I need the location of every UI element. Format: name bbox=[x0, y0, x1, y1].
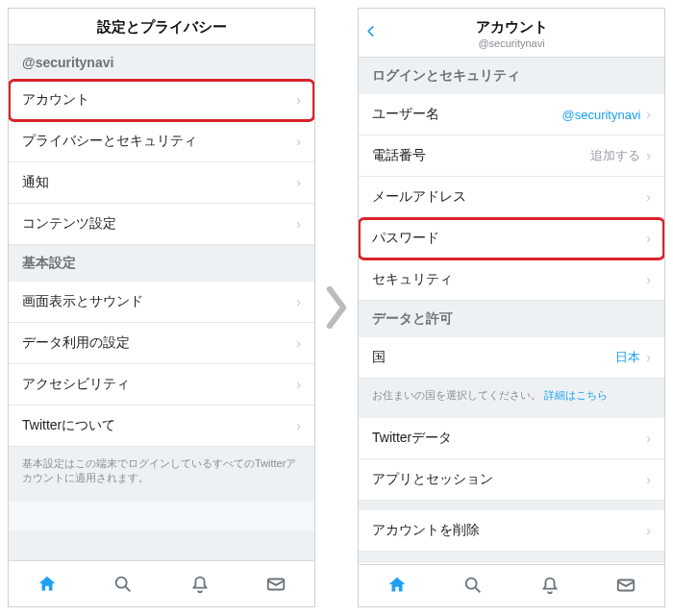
row-email[interactable]: メールアドレス › bbox=[359, 177, 664, 218]
chevron-right-icon: › bbox=[296, 335, 301, 351]
row-account-label: アカウント bbox=[22, 91, 296, 109]
tab-search[interactable] bbox=[436, 565, 512, 606]
chevron-right-large-icon bbox=[322, 284, 351, 331]
row-username-value: @securitynavi bbox=[561, 108, 640, 122]
chevron-right-icon: › bbox=[646, 231, 651, 246]
chevron-right-icon: › bbox=[296, 92, 301, 108]
right-titlebar: アカウント @securitynavi bbox=[359, 9, 664, 58]
chevron-right-icon: › bbox=[646, 350, 651, 365]
row-apps-sessions[interactable]: アプリとセッション › bbox=[359, 459, 664, 501]
row-phone-value: 追加する bbox=[590, 147, 640, 164]
row-content-label: コンテンツ設定 bbox=[22, 215, 296, 233]
search-icon bbox=[462, 575, 484, 596]
home-icon bbox=[37, 574, 58, 595]
left-titlebar: 設定とプライバシー bbox=[9, 9, 314, 45]
chevron-right-icon: › bbox=[646, 472, 651, 487]
row-apps-sessions-label: アプリとセッション bbox=[372, 471, 646, 488]
svg-point-3 bbox=[466, 579, 477, 589]
chevron-right-icon: › bbox=[296, 216, 301, 232]
row-country[interactable]: 国 日本 › bbox=[359, 337, 664, 379]
row-username[interactable]: ユーザー名 @securitynavi › bbox=[359, 94, 664, 136]
row-privacy-label: プライバシーとセキュリティ bbox=[22, 133, 296, 150]
basic-settings-note: 基本設定はこの端末でログインしているすべてのTwitterアカウントに適用されま… bbox=[9, 447, 314, 502]
row-about-label: Twitterについて bbox=[22, 417, 296, 434]
tab-home[interactable] bbox=[9, 561, 86, 606]
row-phone-label: 電話番号 bbox=[372, 147, 590, 164]
tab-home[interactable] bbox=[359, 565, 436, 606]
gap bbox=[359, 552, 664, 561]
row-notifications-label: 通知 bbox=[22, 174, 296, 191]
row-country-label: 国 bbox=[372, 349, 615, 366]
back-button[interactable] bbox=[364, 23, 378, 43]
user-handle-header: @securitynavi bbox=[9, 45, 314, 80]
tab-messages[interactable] bbox=[588, 565, 665, 606]
basic-settings-header: 基本設定 bbox=[9, 245, 314, 282]
row-delete-account[interactable]: アカウントを削除 › bbox=[359, 510, 664, 552]
row-accessibility-label: アクセシビリティ bbox=[22, 376, 296, 393]
chevron-right-icon: › bbox=[296, 418, 301, 433]
row-content-settings[interactable]: コンテンツ設定 › bbox=[9, 204, 314, 245]
mail-icon bbox=[265, 574, 287, 595]
chevron-right-icon: › bbox=[296, 294, 301, 309]
chevron-right-icon: › bbox=[646, 523, 651, 538]
chevron-left-icon bbox=[364, 25, 378, 38]
gap bbox=[359, 501, 664, 510]
chevron-right-icon: › bbox=[646, 272, 651, 287]
row-delete-account-label: アカウントを削除 bbox=[372, 522, 646, 539]
left-tabbar bbox=[9, 560, 314, 606]
arrow-between bbox=[319, 279, 354, 336]
home-icon bbox=[386, 575, 408, 596]
row-email-label: メールアドレス bbox=[372, 188, 646, 206]
login-security-header: ログインとセキュリティ bbox=[359, 58, 664, 94]
row-username-label: ユーザー名 bbox=[372, 106, 561, 123]
chevron-right-icon: › bbox=[646, 107, 651, 122]
right-title: アカウント bbox=[366, 18, 657, 37]
right-subtitle: @securitynavi bbox=[366, 37, 657, 49]
tab-search[interactable] bbox=[86, 561, 162, 606]
svg-line-4 bbox=[476, 588, 481, 593]
row-privacy[interactable]: プライバシーとセキュリティ › bbox=[9, 121, 314, 162]
bell-icon bbox=[189, 574, 211, 595]
row-twitter-data[interactable]: Twitterデータ › bbox=[359, 418, 664, 459]
right-screen: アカウント @securitynavi ログインとセキュリティ ユーザー名 @s… bbox=[358, 8, 665, 607]
row-security-label: セキュリティ bbox=[372, 271, 646, 288]
tab-messages[interactable] bbox=[238, 561, 315, 606]
row-data-usage[interactable]: データ利用の設定 › bbox=[9, 323, 314, 364]
chevron-right-icon: › bbox=[296, 377, 301, 392]
row-security[interactable]: セキュリティ › bbox=[359, 259, 664, 301]
chevron-right-icon: › bbox=[296, 175, 301, 190]
left-content: @securitynavi アカウント › プライバシーとセキュリティ › 通知… bbox=[9, 45, 314, 530]
row-display-sound[interactable]: 画面表示とサウンド › bbox=[9, 282, 314, 323]
search-icon bbox=[112, 574, 134, 595]
row-password-label: パスワード bbox=[372, 230, 646, 247]
svg-point-0 bbox=[116, 577, 127, 587]
left-title: 設定とプライバシー bbox=[16, 18, 307, 37]
row-data-usage-label: データ利用の設定 bbox=[22, 334, 296, 352]
row-account[interactable]: アカウント › bbox=[9, 80, 314, 121]
country-note-link[interactable]: 詳細はこちら bbox=[544, 389, 608, 401]
chevron-right-icon: › bbox=[646, 148, 651, 163]
right-tabbar bbox=[359, 564, 664, 606]
bell-icon bbox=[539, 575, 561, 596]
row-phone[interactable]: 電話番号 追加する › bbox=[359, 136, 664, 177]
country-note-text: お住まいの国を選択してください。 bbox=[372, 389, 541, 401]
left-screen: 設定とプライバシー @securitynavi アカウント › プライバシーとセ… bbox=[8, 8, 315, 607]
chevron-right-icon: › bbox=[296, 134, 301, 149]
row-twitter-data-label: Twitterデータ bbox=[372, 430, 646, 447]
row-notifications[interactable]: 通知 › bbox=[9, 162, 314, 204]
row-country-value: 日本 bbox=[615, 349, 640, 366]
row-password[interactable]: パスワード › bbox=[359, 218, 664, 259]
country-note: お住まいの国を選択してください。 詳細はこちら bbox=[359, 379, 664, 418]
data-permissions-header: データと許可 bbox=[359, 301, 664, 337]
svg-line-1 bbox=[126, 586, 131, 591]
chevron-right-icon: › bbox=[646, 431, 651, 446]
left-spacer bbox=[9, 530, 314, 560]
chevron-right-icon: › bbox=[646, 189, 651, 205]
right-content: ログインとセキュリティ ユーザー名 @securitynavi › 電話番号 追… bbox=[359, 58, 664, 564]
tab-notifications[interactable] bbox=[511, 565, 588, 606]
row-display-label: 画面表示とサウンド bbox=[22, 293, 296, 310]
row-accessibility[interactable]: アクセシビリティ › bbox=[9, 364, 314, 406]
mail-icon bbox=[615, 575, 636, 596]
row-about-twitter[interactable]: Twitterについて › bbox=[9, 406, 314, 447]
tab-notifications[interactable] bbox=[162, 561, 238, 606]
